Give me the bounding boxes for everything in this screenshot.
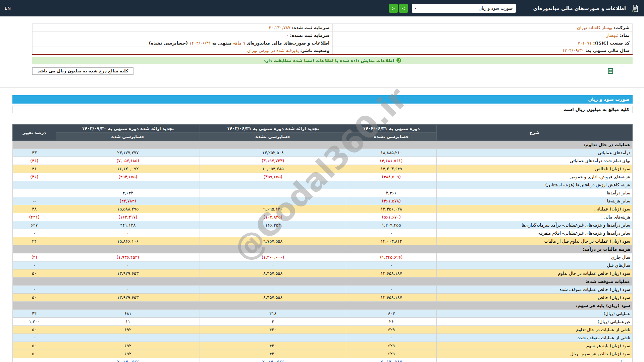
value-cell: ۴۲۰ bbox=[200, 325, 346, 334]
cell-value: ۰ bbox=[272, 231, 274, 236]
col-header-description: شرح bbox=[437, 124, 633, 140]
fiscal-year-label: سال مالی منتهی به: bbox=[585, 48, 630, 53]
change-pct-cell bbox=[13, 358, 56, 362]
section-row: عملیات متوقف شده: bbox=[13, 277, 633, 285]
row-label: سال‌های قبل bbox=[437, 261, 633, 269]
cell-value: ۱۴,۰۰۳,۸۱۳ bbox=[381, 239, 402, 244]
value-cell: ۴۲۰ bbox=[200, 350, 346, 358]
cell-value: (۱,۳۰۰,۰۰۰) bbox=[262, 255, 284, 260]
toolbar: کلیه مبالغ درج شده به میلیون ریال می باش… bbox=[32, 67, 633, 75]
change-pct-cell: ۴۴ bbox=[13, 309, 56, 317]
value-cell: ۱۴,۲۰۳,۶۴۹ bbox=[346, 165, 437, 173]
change-pct-value: ۴۴ bbox=[32, 239, 37, 244]
cell-value: ۹,۷۵۷,۵۵۸ bbox=[263, 239, 282, 244]
change-pct-cell: ۵۰ bbox=[13, 269, 56, 277]
cell-value: ۱۳,۲۵۲,۵۰۸ bbox=[262, 150, 284, 155]
value-cell: ۱۲,۶۵۸,۱۸۷ bbox=[346, 293, 437, 301]
company-info-table: شرکت: بهساز کاشانه تهران سرمایه ثبت شده:… bbox=[32, 23, 633, 55]
change-pct-value: ۰ bbox=[33, 335, 36, 340]
info-icon: i bbox=[396, 58, 401, 63]
capital-value-link[interactable]: ۲۰,۱۳۰,۷۸۷ bbox=[381, 359, 402, 362]
cell-value: ۶۸۱ bbox=[124, 311, 131, 316]
row-label: سود (زیان) پایه هر سهم bbox=[437, 342, 633, 350]
excel-export-icon[interactable] bbox=[607, 68, 614, 74]
value-cell: ۰ bbox=[200, 229, 346, 237]
col-header-restated-period: تجدید ارائه شده دوره منتهی به ۱۴۰۳/۰۶/۳۱ bbox=[200, 124, 346, 132]
symbol-cell: نماد: ثبهساز bbox=[332, 32, 633, 39]
cell-value: ۱۳,۳۵۶,۰۲۸ bbox=[381, 206, 402, 212]
cell-value: ۰ bbox=[390, 335, 392, 340]
change-pct-cell: ۱,۲۰۰ bbox=[13, 317, 56, 325]
cell-value: (۷,۰۵۷,۱۸۵) bbox=[117, 158, 139, 163]
change-pct-cell: ۵۰ bbox=[13, 293, 56, 301]
value-cell: (۷,۰۵۷,۱۸۵) bbox=[56, 157, 200, 165]
table-row: سود (زیان) خالص۱۲,۶۵۸,۱۸۷۸,۴۵۷,۵۵۸۱۳,۹۲۹… bbox=[13, 293, 633, 301]
row-label: سایر درآمدها bbox=[437, 189, 633, 197]
isic-label: کد صنعت (ISIC): bbox=[593, 41, 630, 46]
cell-value: ۶۹۲ bbox=[124, 351, 131, 356]
nav-back-button[interactable]: < bbox=[389, 4, 398, 13]
report-title-text: اطلاعات و صورت‌های مالی میاندوره‌ای bbox=[247, 41, 330, 46]
capital-value-link[interactable]: ۲۰,۱۳۰,۷۸۷ bbox=[117, 359, 139, 362]
cell-value: (۱۰۳,۸۲۵) bbox=[264, 215, 282, 220]
language-toggle-en[interactable]: EN bbox=[5, 6, 11, 11]
cell-value: ۱,۲۰۹,۴۵۵ bbox=[382, 223, 401, 228]
nav-forward-button[interactable]: > bbox=[399, 4, 408, 13]
cell-value: (۴۲,۷۸۴) bbox=[120, 198, 136, 203]
unregistered-capital-label: سرمایه ثبت نشده: bbox=[290, 33, 329, 38]
report-ending-text: منتهی به bbox=[212, 41, 232, 46]
value-cell: ۲,۴۶۶ bbox=[346, 189, 437, 197]
cell-value: (۵۶۱,۶۷۰) bbox=[382, 215, 401, 220]
cell-value: ۶۹۲ bbox=[124, 327, 131, 332]
value-cell: ۲۰,۱۳۰,۷۸۷ bbox=[346, 358, 437, 362]
change-pct-value: ۴۱ bbox=[32, 166, 37, 171]
report-type-select[interactable]: صورت سود و زیان ▾ bbox=[412, 4, 516, 13]
change-pct-cell: ۶۲۷ bbox=[13, 221, 56, 229]
change-pct-cell: ۴۳ bbox=[13, 148, 56, 157]
table-row: سایر درآمدها و هزینه‌های غیرعملیاتی- درآ… bbox=[13, 221, 633, 229]
symbol-label: نماد: bbox=[620, 33, 630, 38]
value-cell: ۱۰,۰۵۴,۷۸۵ bbox=[200, 165, 346, 173]
page-title: اطلاعات و صورت‌های مالی میاندوره‌ای bbox=[533, 6, 626, 11]
table-row: هزینه‌های فروش، اداری و عمومی(۴۸۸,۵۰۹)(۳… bbox=[13, 173, 633, 181]
unit-note-box: کلیه مبالغ درج شده به میلیون ریال می باش… bbox=[32, 67, 133, 75]
value-cell: (۱۰۳,۸۲۵) bbox=[200, 213, 346, 221]
table-row: درآمدهای عملیاتی۱۸,۸۸۵,۲۱۰۱۳,۲۵۲,۵۰۸۲۳,۱… bbox=[13, 148, 633, 157]
cell-value: ۹,۶۹۵,۱۳۰ bbox=[263, 206, 282, 212]
unit-note-text: کلیه مبالغ درج شده به میلیون ریال می باش… bbox=[38, 68, 128, 73]
value-cell: ۲۰,۱۳۰,۷۸۷ bbox=[200, 358, 346, 362]
unregistered-capital-cell: سرمایه ثبت نشده: ۰ bbox=[33, 32, 333, 39]
income-statement-table: شرح دوره منتهی به ۱۴۰۴/۰۶/۳۱ تجدید ارائه… bbox=[12, 124, 633, 362]
value-cell: ۸,۴۵۷,۵۵۸ bbox=[200, 269, 346, 277]
change-pct-value: (۴۴۱) bbox=[29, 215, 40, 220]
chevron-down-icon: ▾ bbox=[415, 6, 417, 10]
cell-value: ۱۱ bbox=[125, 319, 130, 324]
subheader-audit-2: حسابرسی نشده bbox=[200, 132, 346, 140]
cell-value: ۶۰۳ bbox=[388, 311, 395, 316]
report-audit-status: (حسابرسی نشده) bbox=[149, 41, 188, 46]
col-header-current-period: دوره منتهی به ۱۴۰۴/۰۶/۳۱ bbox=[346, 124, 437, 132]
value-cell: ۱۳,۳۵۶,۰۲۸ bbox=[346, 205, 437, 213]
change-pct-value: -- bbox=[33, 198, 36, 203]
statement-title: صورت سود و زیان bbox=[588, 97, 630, 102]
row-label: سود (زیان) ناخالص bbox=[437, 165, 633, 173]
change-pct-cell: -- bbox=[13, 197, 56, 205]
change-pct-value: ۰ bbox=[33, 287, 36, 292]
change-pct-cell: (۴۶) bbox=[13, 157, 56, 165]
cell-value: ۶۲۹ bbox=[388, 327, 395, 332]
value-cell: ۱۸,۸۸۵,۲۱۰ bbox=[346, 148, 437, 157]
cell-value: ۱۳,۹۲۹,۶۵۳ bbox=[117, 271, 139, 276]
capital-value-link[interactable]: ۲۰,۱۳۰,۷۸۷ bbox=[262, 359, 284, 362]
value-cell: ۰ bbox=[200, 285, 346, 293]
cell-value: ۱۳,۹۲۹,۶۵۳ bbox=[117, 295, 139, 300]
report-period-cell: اطلاعات و صورت‌های مالی میاندوره‌ای ۹ ما… bbox=[33, 39, 333, 47]
value-cell: (۴۲,۷۸۴) bbox=[56, 197, 200, 205]
value-cell: ۰ bbox=[200, 261, 346, 269]
company-info: شرکت: بهساز کاشانه تهران سرمایه ثبت شده:… bbox=[32, 23, 633, 55]
value-cell: (۳,۱۹۷,۷۲۳) bbox=[200, 157, 346, 165]
cell-value: ۶۲۹ bbox=[388, 351, 395, 356]
cell-value: (۴۸۸,۵۰۹) bbox=[382, 174, 401, 179]
cell-value: ۸,۴۵۷,۵۵۸ bbox=[263, 271, 282, 276]
subheader-audit-3: حسابرسی شده bbox=[56, 132, 200, 140]
table-row: سود (زیان) خالص هر سهم– ریال۶۲۹۴۲۰۶۹۲۵۰ bbox=[13, 350, 633, 358]
